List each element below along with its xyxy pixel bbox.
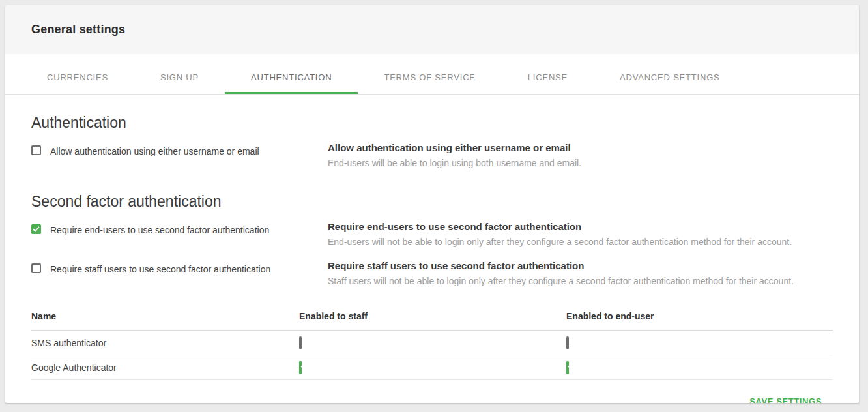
settings-content: Authentication Allow authentication usin… [5, 114, 859, 403]
page-title: General settings [31, 23, 125, 37]
tab-terms-of-service[interactable]: TERMS OF SERVICE [358, 54, 501, 94]
setting-row-require-staff-2fa: Require staff users to use second factor… [31, 260, 833, 291]
setting-help-description: End-users will not be able to login only… [328, 237, 833, 247]
settings-card: General settings CURRENCIES SIGN UP AUTH… [5, 5, 859, 403]
setting-control: Require staff users to use second factor… [31, 260, 328, 276]
require-staff-2fa-label: Require staff users to use second factor… [50, 263, 270, 276]
setting-help-title: Require staff users to use second factor… [328, 260, 833, 271]
column-header-name: Name [31, 311, 299, 321]
authenticator-name: SMS authenticator [31, 338, 299, 348]
setting-row-require-end-users-2fa: Require end-users to use second factor a… [31, 221, 833, 252]
setting-row-username-or-email: Allow authentication using either userna… [31, 142, 833, 173]
tab-license[interactable]: LICENSE [502, 54, 594, 94]
checkmark-icon [568, 363, 575, 369]
setting-help: Require staff users to use second factor… [328, 260, 833, 286]
cell-end-user [566, 338, 833, 348]
setting-help-description: End-users will be able to login using bo… [328, 158, 833, 168]
table-header-row: Name Enabled to staff Enabled to end-use… [31, 311, 833, 331]
tab-sign-up[interactable]: SIGN UP [134, 54, 225, 94]
cell-end-user [566, 362, 833, 373]
table-row-google-authenticator: Google Authenticator [31, 355, 833, 380]
tab-authentication[interactable]: AUTHENTICATION [225, 54, 358, 94]
tab-bar: CURRENCIES SIGN UP AUTHENTICATION TERMS … [5, 54, 859, 95]
column-header-enabled-to-end-user: Enabled to end-user [566, 311, 833, 321]
setting-help: Allow authentication using either userna… [328, 142, 833, 168]
allow-username-email-label: Allow authentication using either userna… [50, 145, 259, 158]
authenticators-table: Name Enabled to staff Enabled to end-use… [31, 311, 833, 380]
table-row-sms-authenticator: SMS authenticator [31, 331, 833, 355]
require-end-users-2fa-checkbox[interactable] [31, 224, 41, 234]
setting-help-description: Staff users will not be able to login on… [328, 276, 833, 286]
card-header: General settings [5, 5, 859, 54]
tab-currencies[interactable]: CURRENCIES [21, 54, 134, 94]
checkmark-icon [300, 363, 308, 369]
sms-staff-checkbox[interactable] [299, 336, 302, 349]
cell-staff [299, 362, 566, 373]
actions-row: SAVE SETTINGS [31, 380, 833, 403]
sms-end-user-checkbox[interactable] [566, 336, 569, 349]
require-end-users-2fa-label: Require end-users to use second factor a… [50, 224, 269, 237]
setting-control: Allow authentication using either userna… [31, 142, 328, 158]
save-settings-button[interactable]: SAVE SETTINGS [749, 396, 822, 403]
column-header-enabled-to-staff: Enabled to staff [299, 311, 566, 321]
setting-help-title: Allow authentication using either userna… [328, 142, 833, 153]
section-heading-second-factor: Second factor authentication [31, 193, 833, 211]
setting-control: Require end-users to use second factor a… [31, 221, 328, 237]
setting-help: Require end-users to use second factor a… [328, 221, 833, 247]
authenticator-name: Google Authenticator [31, 362, 299, 373]
require-staff-2fa-checkbox[interactable] [31, 263, 41, 273]
google-staff-checkbox[interactable] [299, 361, 302, 374]
cell-staff [299, 338, 566, 348]
section-heading-authentication: Authentication [31, 114, 833, 132]
allow-username-email-checkbox[interactable] [31, 145, 41, 155]
checkmark-icon [33, 226, 40, 232]
google-end-user-checkbox[interactable] [566, 361, 569, 374]
setting-help-title: Require end-users to use second factor a… [328, 221, 833, 232]
tab-advanced-settings[interactable]: ADVANCED SETTINGS [594, 54, 746, 94]
